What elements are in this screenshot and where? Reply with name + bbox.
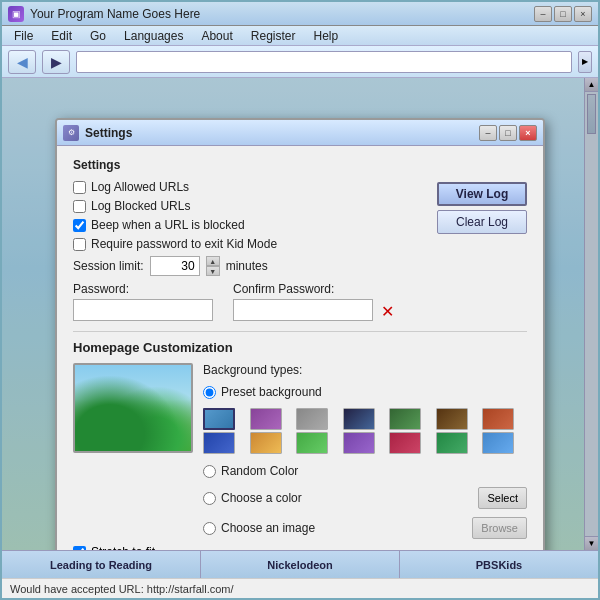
dialog-maximize-button[interactable]: □ (499, 125, 517, 141)
log-allowed-checkbox[interactable] (73, 181, 86, 194)
thumb-11[interactable] (343, 432, 375, 454)
require-pw-label: Require password to exit Kid Mode (91, 237, 277, 251)
session-input[interactable] (150, 256, 200, 276)
background-preview-inner (75, 365, 191, 451)
bg-section: Background types: Preset background (73, 363, 527, 539)
browser-window-controls: – □ × (534, 6, 592, 22)
choose-color-radio-row: Choose a color (203, 491, 302, 505)
thumb-4[interactable] (343, 408, 375, 430)
menu-file[interactable]: File (6, 27, 41, 45)
thumb-6[interactable] (436, 408, 468, 430)
browse-button[interactable]: Browse (472, 517, 527, 539)
status-tab-pbs[interactable]: PBSKids (400, 551, 598, 578)
url-blocked-text: Would have accepted URL: http://starfall… (10, 583, 234, 595)
nav-bar: ◀ ▶ ▶ (2, 46, 598, 78)
password-group: Password: (73, 282, 213, 321)
thumb-14[interactable] (482, 432, 514, 454)
choose-color-row: Choose a color Select (203, 487, 527, 509)
settings-section-label: Settings (73, 158, 527, 172)
session-unit-label: minutes (226, 259, 268, 273)
forward-button[interactable]: ▶ (42, 50, 70, 74)
settings-dialog: ⚙ Settings – □ × Settings (55, 118, 545, 550)
dialog-title-bar: ⚙ Settings – □ × (57, 120, 543, 146)
thumb-10[interactable] (296, 432, 328, 454)
choose-image-label: Choose an image (221, 521, 315, 535)
status-tab-leading[interactable]: Leading to Reading (2, 551, 201, 578)
log-blocked-label: Log Blocked URLs (91, 199, 190, 213)
choose-image-row: Choose an image Browse (203, 517, 527, 539)
thumb-7[interactable] (482, 408, 514, 430)
browser-minimize-button[interactable]: – (534, 6, 552, 22)
require-pw-checkbox[interactable] (73, 238, 86, 251)
address-go-button[interactable]: ▶ (578, 51, 592, 73)
address-bar[interactable] (76, 51, 572, 73)
random-label: Random Color (221, 464, 298, 478)
browser-close-button[interactable]: × (574, 6, 592, 22)
menu-languages[interactable]: Languages (116, 27, 191, 45)
log-blocked-checkbox[interactable] (73, 200, 86, 213)
modal-overlay: ⚙ Settings – □ × Settings (2, 78, 598, 550)
settings-checkboxes: Log Allowed URLs Log Blocked URLs Beep w… (73, 180, 427, 282)
confirm-password-group: Confirm Password: ✕ (233, 282, 394, 321)
settings-top-section: Log Allowed URLs Log Blocked URLs Beep w… (73, 180, 527, 282)
thumb-8[interactable] (203, 432, 235, 454)
stretch-row: Stretch to fit (73, 545, 527, 550)
preset-radio[interactable] (203, 386, 216, 399)
dialog-title: Settings (85, 126, 473, 140)
choose-image-radio[interactable] (203, 522, 216, 535)
session-decrement-button[interactable]: ▼ (206, 266, 220, 276)
choose-color-radio[interactable] (203, 492, 216, 505)
browser-maximize-button[interactable]: □ (554, 6, 572, 22)
menu-bar: File Edit Go Languages About Register He… (2, 26, 598, 46)
status-tab-nick[interactable]: Nickelodeon (201, 551, 400, 578)
settings-log-buttons: View Log Clear Log (437, 180, 527, 282)
menu-go[interactable]: Go (82, 27, 114, 45)
settings-icon: ⚙ (63, 125, 79, 141)
preset-radio-row: Preset background (203, 385, 527, 399)
choose-color-label: Choose a color (221, 491, 302, 505)
password-section: Password: Confirm Password: ✕ (73, 282, 527, 321)
clear-log-button[interactable]: Clear Log (437, 210, 527, 234)
browser-title-bar: ▣ Your Program Name Goes Here – □ × (2, 2, 598, 26)
thumb-13[interactable] (436, 432, 468, 454)
menu-about[interactable]: About (193, 27, 240, 45)
dialog-window-controls: – □ × (479, 125, 537, 141)
browser-app-icon: ▣ (8, 6, 24, 22)
stretch-checkbox[interactable] (73, 546, 86, 551)
menu-register[interactable]: Register (243, 27, 304, 45)
dialog-body: Settings Log Allowed URLs Log Blocked UR… (57, 146, 543, 550)
url-blocked-bar: Would have accepted URL: http://starfall… (2, 578, 598, 598)
thumb-2[interactable] (250, 408, 282, 430)
browser-window: ▣ Your Program Name Goes Here – □ × File… (0, 0, 600, 600)
stretch-label: Stretch to fit (91, 545, 155, 550)
back-button[interactable]: ◀ (8, 50, 36, 74)
select-color-button[interactable]: Select (478, 487, 527, 509)
password-input[interactable] (73, 299, 213, 321)
confirm-password-input[interactable] (233, 299, 373, 321)
thumb-5[interactable] (389, 408, 421, 430)
thumb-9[interactable] (250, 432, 282, 454)
session-limit-row: Session limit: ▲ ▼ minutes (73, 256, 427, 276)
thumb-3[interactable] (296, 408, 328, 430)
confirm-password-label: Confirm Password: (233, 282, 394, 296)
session-spinner: ▲ ▼ (206, 256, 220, 276)
thumb-12[interactable] (389, 432, 421, 454)
session-label: Session limit: (73, 259, 144, 273)
random-radio[interactable] (203, 465, 216, 478)
status-bar: Leading to Reading Nickelodeon PBSKids (2, 550, 598, 578)
random-color-row: Random Color (203, 464, 527, 478)
view-log-button[interactable]: View Log (437, 182, 527, 206)
menu-help[interactable]: Help (305, 27, 346, 45)
log-blocked-row: Log Blocked URLs (73, 199, 427, 213)
session-increment-button[interactable]: ▲ (206, 256, 220, 266)
beep-blocked-checkbox[interactable] (73, 219, 86, 232)
thumb-1[interactable] (203, 408, 235, 430)
menu-edit[interactable]: Edit (43, 27, 80, 45)
browser-content: ▲ ▼ ⚙ Settings – □ × (2, 78, 598, 550)
password-label: Password: (73, 282, 213, 296)
dialog-minimize-button[interactable]: – (479, 125, 497, 141)
homepage-section: Homepage Customization Background types: (73, 340, 527, 550)
homepage-title: Homepage Customization (73, 340, 527, 355)
bg-types-label: Background types: (203, 363, 527, 377)
dialog-close-button[interactable]: × (519, 125, 537, 141)
